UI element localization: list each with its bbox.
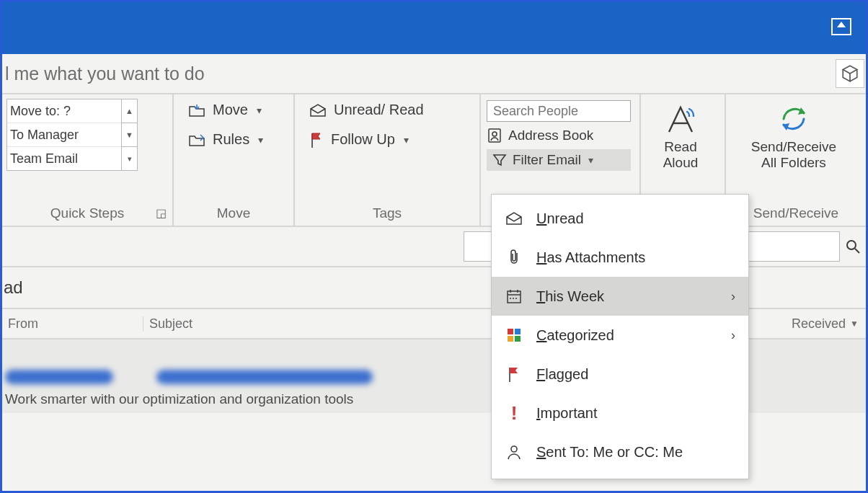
read-aloud-label: Read Aloud [663, 139, 699, 171]
redacted-subject [156, 370, 373, 384]
cube-icon [841, 64, 859, 83]
title-bar [2, 2, 866, 54]
read-aloud-icon [663, 103, 698, 135]
rules-icon [188, 133, 205, 147]
menu-label: Unread [536, 210, 584, 227]
chevron-down-icon: ▾ [587, 154, 593, 166]
svg-rect-4 [508, 329, 513, 334]
collapse-ribbon-button[interactable] [831, 18, 851, 35]
envelope-open-icon [309, 103, 327, 117]
addins-button[interactable] [836, 59, 864, 88]
categories-icon [506, 327, 522, 343]
sync-icon [776, 103, 811, 135]
gallery-scroll-down[interactable]: ▼ [122, 123, 137, 147]
quick-step-item[interactable]: To Manager [7, 123, 121, 147]
person-icon [506, 444, 522, 460]
tell-me-input[interactable]: l me what you want to do [5, 63, 205, 84]
filter-flagged[interactable]: Flagged [492, 355, 748, 394]
flag-icon [507, 366, 521, 382]
column-received[interactable]: Received ▼ [792, 316, 859, 332]
menu-label: Has Attachments [536, 249, 645, 266]
calendar-icon [506, 288, 522, 304]
column-from[interactable]: From [2, 316, 143, 332]
dialog-launcher-icon[interactable]: ◲ [156, 206, 167, 220]
gallery-more[interactable]: ▾ [122, 147, 137, 170]
submenu-arrow-icon: › [731, 289, 735, 304]
follow-up-button[interactable]: Follow Up ▾ [309, 131, 471, 148]
filter-categorized[interactable]: Categorized › [492, 316, 748, 355]
group-move: Move ▾ Rules ▾ Move [174, 94, 295, 226]
menu-label: Important [536, 405, 598, 422]
follow-up-label: Follow Up [331, 131, 395, 148]
group-label: Tags [295, 205, 479, 221]
submenu-arrow-icon: › [731, 328, 735, 343]
send-receive-button[interactable]: Send/Receive All Folders [730, 99, 857, 171]
quick-step-item[interactable]: Move to: ? [7, 99, 121, 123]
unread-read-button[interactable]: Unread/ Read [309, 102, 471, 118]
move-button[interactable]: Move ▾ [188, 102, 285, 118]
address-book-icon [487, 128, 502, 143]
filter-this-week[interactable]: This Week › [492, 277, 748, 316]
chevron-down-icon: ▾ [257, 134, 263, 146]
rules-label: Rules [213, 131, 249, 148]
funnel-icon [492, 153, 507, 167]
menu-label: This Week [536, 288, 604, 305]
column-received-label: Received [792, 316, 846, 332]
group-quick-steps: Move to: ? To Manager Team Email ▲ ▼ ▾ Q… [2, 94, 174, 226]
filter-email-label: Filter Email [513, 152, 581, 168]
svg-rect-6 [508, 336, 513, 342]
filter-email-button[interactable]: Filter Email ▾ [487, 149, 631, 171]
rules-button[interactable]: Rules ▾ [188, 131, 285, 148]
svg-rect-5 [515, 329, 521, 334]
filter-important[interactable]: ! Important [492, 394, 748, 432]
menu-label: Categorized [536, 327, 614, 344]
important-icon: ! [505, 402, 523, 425]
group-tags: Unread/ Read Follow Up ▾ Tags [295, 94, 481, 226]
svg-rect-0 [489, 129, 500, 142]
chevron-down-icon: ▾ [402, 134, 409, 146]
filter-email-menu: Unread Has Attachments This Week › Categ… [491, 194, 749, 479]
move-folder-icon [188, 103, 205, 117]
filter-has-attachments[interactable]: Has Attachments [492, 238, 748, 277]
svg-point-1 [492, 132, 497, 136]
svg-rect-7 [515, 336, 521, 342]
svg-point-2 [847, 241, 856, 249]
move-label: Move [213, 102, 248, 118]
group-label: Move [174, 205, 293, 221]
svg-point-8 [511, 446, 517, 452]
flag-icon [309, 132, 324, 148]
svg-rect-3 [508, 291, 521, 303]
menu-label: Sent To: Me or CC: Me [536, 444, 683, 461]
group-label: Quick Steps [2, 205, 172, 221]
filter-unread[interactable]: Unread [492, 199, 748, 238]
search-people-input[interactable] [487, 100, 631, 122]
unread-read-label: Unread/ Read [334, 102, 424, 118]
menu-label: Flagged [536, 366, 588, 383]
sort-desc-icon: ▼ [850, 319, 859, 329]
search-icon[interactable] [845, 239, 861, 254]
send-receive-label: Send/Receive All Folders [751, 139, 836, 171]
tell-me-row: l me what you want to do [2, 54, 866, 94]
quick-step-item[interactable]: Team Email [7, 147, 121, 170]
redacted-sender [5, 370, 113, 384]
arrow-up-icon [837, 22, 846, 27]
quick-steps-gallery[interactable]: Move to: ? To Manager Team Email ▲ ▼ ▾ [6, 99, 138, 171]
paperclip-icon [507, 249, 521, 266]
address-book-button[interactable]: Address Book [487, 128, 631, 143]
envelope-open-icon [505, 211, 523, 226]
chevron-down-icon: ▾ [255, 105, 262, 116]
gallery-scroll-up[interactable]: ▲ [122, 99, 137, 123]
filter-sent-to-me[interactable]: Sent To: Me or CC: Me [492, 432, 748, 471]
read-aloud-button[interactable]: Read Aloud [645, 99, 716, 171]
address-book-label: Address Book [508, 128, 593, 143]
